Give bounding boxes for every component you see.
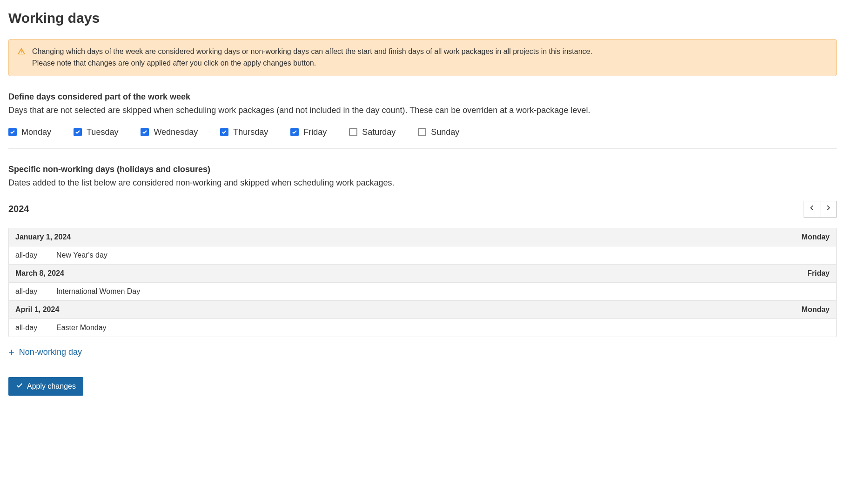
holiday-entry-row[interactable]: all-dayInternational Women Day: [9, 282, 836, 300]
year-nav: [804, 201, 837, 218]
holiday-name: Easter Monday: [56, 324, 107, 332]
day-label: Tuesday: [87, 127, 118, 137]
warning-icon: [17, 47, 26, 59]
holiday-allday-label: all-day: [15, 324, 43, 332]
holiday-date: April 1, 2024: [15, 305, 59, 314]
checkbox-icon: [141, 128, 149, 136]
check-icon: [16, 382, 23, 391]
day-label: Thursday: [233, 127, 268, 137]
day-saturday[interactable]: Saturday: [349, 127, 396, 137]
holiday-date-row: January 1, 2024Monday: [9, 228, 836, 246]
checkbox-icon: [74, 128, 82, 136]
page-title: Working days: [8, 10, 837, 26]
holiday-name: International Women Day: [56, 287, 140, 296]
holiday-date-row: March 8, 2024Friday: [9, 264, 836, 282]
day-tuesday[interactable]: Tuesday: [74, 127, 118, 137]
checkbox-icon: [349, 128, 357, 136]
nonworking-description: Dates added to the list below are consid…: [8, 178, 837, 188]
add-nonworking-day-link[interactable]: + Non-working day: [8, 347, 82, 358]
checkbox-icon: [418, 128, 426, 136]
prev-year-button[interactable]: [804, 201, 820, 218]
banner-line-1: Changing which days of the week are cons…: [32, 46, 828, 58]
next-year-button[interactable]: [820, 201, 837, 218]
day-sunday[interactable]: Sunday: [418, 127, 459, 137]
plus-icon: +: [8, 347, 14, 358]
checkbox-icon: [8, 128, 17, 136]
day-label: Saturday: [362, 127, 396, 137]
warning-banner: Changing which days of the week are cons…: [8, 39, 837, 76]
arrow-left-icon: [808, 204, 816, 214]
holiday-weekday: Monday: [802, 233, 830, 241]
banner-line-2: Please note that changes are only applie…: [32, 58, 828, 69]
day-monday[interactable]: Monday: [8, 127, 51, 137]
holiday-allday-label: all-day: [15, 287, 43, 296]
holiday-allday-label: all-day: [15, 251, 43, 259]
apply-changes-label: Apply changes: [27, 382, 76, 391]
holiday-date: March 8, 2024: [15, 269, 64, 278]
checkbox-icon: [220, 128, 228, 136]
day-label: Friday: [303, 127, 327, 137]
apply-changes-button[interactable]: Apply changes: [8, 377, 83, 396]
workweek-days: MondayTuesdayWednesdayThursdayFridaySatu…: [8, 124, 837, 149]
day-friday[interactable]: Friday: [290, 127, 327, 137]
nonworking-heading: Specific non-working days (holidays and …: [8, 165, 837, 174]
workweek-heading: Define days considered part of the work …: [8, 92, 837, 102]
holidays-list: January 1, 2024Mondayall-dayNew Year's d…: [8, 228, 837, 337]
checkbox-icon: [290, 128, 299, 136]
holiday-entry-row[interactable]: all-dayNew Year's day: [9, 246, 836, 264]
year-label: 2024: [8, 204, 29, 214]
day-label: Wednesday: [154, 127, 198, 137]
arrow-right-icon: [825, 204, 832, 214]
holiday-date-row: April 1, 2024Monday: [9, 300, 836, 318]
day-label: Sunday: [431, 127, 459, 137]
day-wednesday[interactable]: Wednesday: [141, 127, 198, 137]
holiday-entry-row[interactable]: all-dayEaster Monday: [9, 318, 836, 337]
holiday-date: January 1, 2024: [15, 233, 71, 241]
holiday-weekday: Friday: [807, 269, 830, 278]
add-nonworking-day-label: Non-working day: [19, 347, 82, 357]
day-label: Monday: [21, 127, 51, 137]
holiday-weekday: Monday: [802, 305, 830, 314]
workweek-description: Days that are not selected are skipped w…: [8, 106, 837, 115]
day-thursday[interactable]: Thursday: [220, 127, 268, 137]
holiday-name: New Year's day: [56, 251, 107, 259]
